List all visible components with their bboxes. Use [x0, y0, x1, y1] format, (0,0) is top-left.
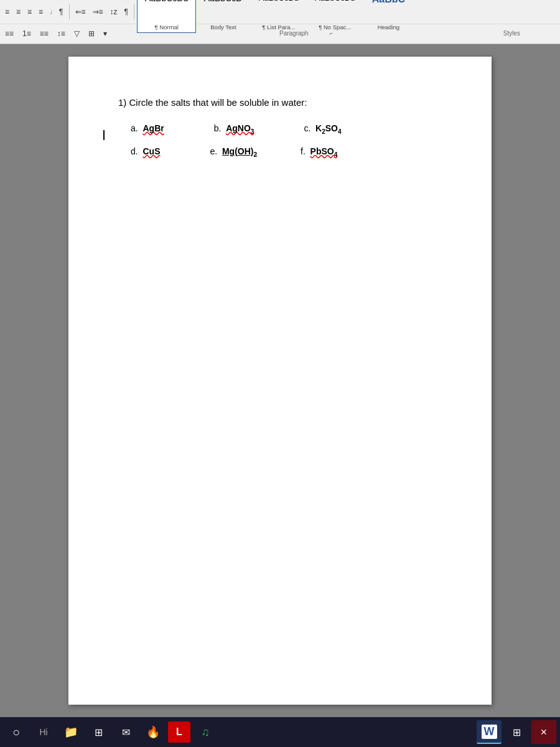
- paragraph-section: ≡ ≡ ≡ ≡ ↓ ¶ ⇐≡ ⇒≡ ↕z ¶: [2, 4, 136, 19]
- compound-c-label: c.: [304, 123, 313, 133]
- taskbar-cortana-button[interactable]: Hi: [31, 720, 56, 744]
- border-dropdown-icon[interactable]: ▾: [101, 28, 110, 39]
- compound-pbso4: PbSO4: [310, 146, 338, 156]
- text-cursor: [103, 130, 105, 140]
- document-page[interactable]: 1) Circle the salts that will be soluble…: [68, 57, 492, 705]
- compound-agbr: AgBr: [142, 123, 164, 133]
- sort-icon[interactable]: ↕z: [108, 6, 120, 17]
- taskbar-grid-button[interactable]: ⊞: [86, 720, 111, 744]
- style-normal[interactable]: AaBbCcDd ¶ Normal: [137, 0, 196, 33]
- paragraph-expand-icon[interactable]: ⌐: [330, 30, 334, 37]
- bullets-icon[interactable]: ≡≡: [2, 28, 16, 39]
- style-no-spac-preview: AaBbCcDd: [315, 0, 355, 3]
- question-text: 1) Circle the salts that will be soluble…: [118, 94, 442, 111]
- taskbar-mail-button[interactable]: ✉: [113, 720, 138, 744]
- document-area: 1) Circle the salts that will be soluble…: [0, 44, 560, 717]
- styles-label: Styles: [503, 30, 520, 37]
- taskbar-files-button[interactable]: 📁: [58, 720, 83, 744]
- align-left-icon[interactable]: ≡: [2, 6, 12, 17]
- style-body-text[interactable]: AaBbCcD Body Text: [196, 0, 250, 33]
- compound-a: a. AgBr: [131, 121, 164, 136]
- compound-cus: CuS: [142, 146, 160, 156]
- mail-icon: ✉: [122, 726, 130, 738]
- agno3-sub: 3: [251, 128, 254, 135]
- style-body-text-label: Body Text: [210, 24, 236, 31]
- taskbar-start-button[interactable]: ○: [4, 720, 29, 744]
- compounds-row1: a. AgBr b. AgNO3 c. K2SO4: [131, 121, 442, 138]
- pilcrow2-icon[interactable]: ¶: [122, 6, 131, 17]
- style-heading-preview: AaBbC: [372, 0, 405, 5]
- taskbar-spotify-button[interactable]: ♫: [193, 720, 218, 744]
- compound-d-label: d.: [131, 146, 141, 156]
- lexis-icon: L: [176, 726, 182, 738]
- style-no-spac[interactable]: AaBbCcDd ¶ No Spac...: [307, 0, 363, 33]
- decrease-indent-icon[interactable]: ⇐≡: [73, 6, 88, 17]
- taskbar-lexis-button[interactable]: L: [168, 721, 190, 743]
- style-list-para-preview: AaBbCcDd: [259, 0, 299, 3]
- compounds-row2: d. CuS e. Mg(OH)2 f. PbSO4: [131, 144, 442, 161]
- style-normal-label: ¶ Normal: [154, 24, 178, 31]
- numbered-list-icon[interactable]: 1≡: [20, 28, 34, 39]
- ribbon: ≡ ≡ ≡ ≡ ↓ ¶ ⇐≡ ⇒≡ ↕z ¶ AaBbCcDd ¶ Normal…: [0, 0, 560, 44]
- compound-d: d. CuS: [131, 144, 160, 159]
- increase-indent-icon[interactable]: ⇒≡: [90, 6, 106, 17]
- divider: [69, 4, 70, 19]
- compound-mgoh2: Mg(OH)2: [222, 146, 257, 156]
- close-icon: ✕: [540, 727, 548, 737]
- shading-icon[interactable]: ▽: [72, 28, 82, 39]
- taskbar-apps-button[interactable]: ⊞: [504, 720, 529, 744]
- firefox-icon: 🔥: [146, 725, 160, 739]
- document-content: 1) Circle the salts that will be soluble…: [118, 94, 442, 161]
- apps-icon: ⊞: [513, 726, 521, 738]
- taskbar: ○ Hi 📁 ⊞ ✉ 🔥 L ♫ W ⊞ ✕: [0, 717, 560, 747]
- style-heading-label: Heading: [378, 24, 399, 31]
- taskbar-close-button[interactable]: ✕: [531, 720, 556, 744]
- ribbon-row1: ≡ ≡ ≡ ≡ ↓ ¶ ⇐≡ ⇒≡ ↕z ¶ AaBbCcDd ¶ Normal…: [0, 0, 560, 24]
- line-spacing-icon[interactable]: ↕≡: [55, 28, 68, 39]
- pbso4-sub: 4: [334, 151, 338, 158]
- justify-icon[interactable]: ≡: [36, 6, 45, 17]
- style-body-text-preview: AaBbCcD: [204, 0, 242, 4]
- compound-c: c. K2SO4: [304, 121, 341, 138]
- k2so4-sub1: 2: [322, 128, 325, 135]
- compound-agno3: AgNO3: [226, 123, 254, 133]
- align-center-icon[interactable]: ≡: [14, 6, 23, 17]
- compound-e-label: e.: [210, 146, 220, 156]
- compound-f: f. PbSO4: [301, 144, 337, 161]
- word-icon: W: [482, 725, 497, 739]
- compound-b-label: b.: [214, 123, 224, 133]
- mgoh2-sub: 2: [253, 151, 257, 158]
- align-right-icon[interactable]: ≡: [25, 6, 34, 17]
- multilevel-list-icon[interactable]: ≡≡: [37, 28, 51, 39]
- taskbar-word-button[interactable]: W: [477, 720, 502, 744]
- pilcrow-icon[interactable]: ¶: [57, 6, 65, 17]
- style-list-para[interactable]: AaBbCcDd ¶ List Para...: [251, 0, 307, 33]
- compound-e: e. Mg(OH)2: [210, 144, 257, 161]
- compound-f-label: f.: [301, 146, 308, 156]
- k2so4-sub2: 4: [338, 128, 342, 135]
- compound-k2so4: K2SO4: [315, 123, 341, 133]
- style-normal-preview: AaBbCcDd: [145, 0, 188, 4]
- divider2: [134, 4, 134, 19]
- compound-a-label: a.: [131, 123, 141, 133]
- border-icon[interactable]: ⊞: [86, 28, 97, 39]
- paragraph-label: Paragraph: [279, 30, 309, 37]
- style-no-spac-label: ¶ No Spac...: [319, 24, 351, 31]
- styles-container: AaBbCcDd ¶ Normal AaBbCcD Body Text AaBb…: [137, 0, 414, 33]
- files-icon: 📁: [64, 725, 78, 739]
- taskbar-firefox-button[interactable]: 🔥: [141, 720, 166, 744]
- spotify-icon: ♫: [201, 726, 210, 739]
- grid-icon: ⊞: [95, 726, 103, 738]
- style-heading[interactable]: AaBbC Heading: [363, 0, 414, 33]
- compound-b: b. AgNO3: [214, 121, 254, 138]
